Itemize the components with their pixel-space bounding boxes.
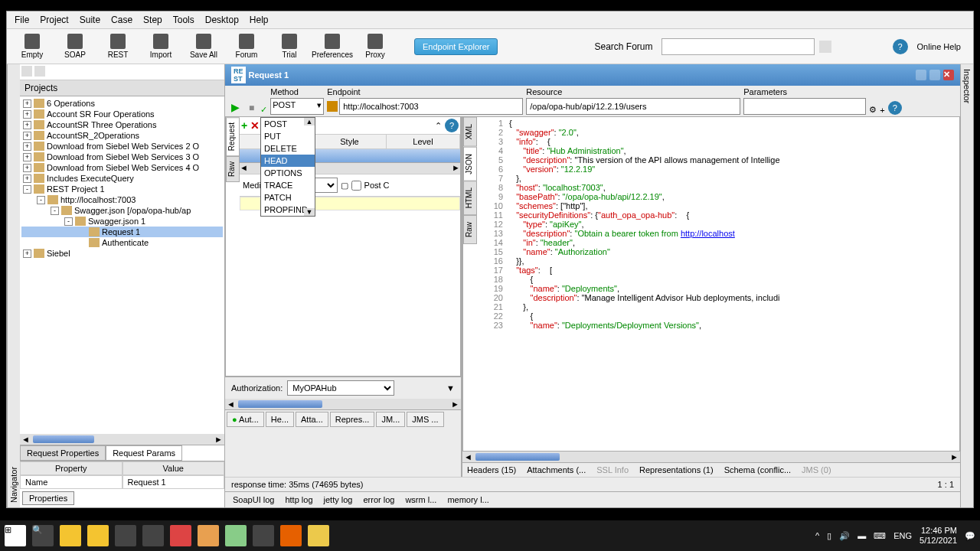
tree-item[interactable]: +Includes ExecuteQuery bbox=[21, 173, 223, 184]
req-tab-4[interactable]: JM... bbox=[376, 412, 405, 427]
menu-project[interactable]: Project bbox=[40, 15, 68, 25]
method-select[interactable]: POST▾ bbox=[270, 98, 324, 115]
language-indicator[interactable]: ENG bbox=[893, 531, 912, 540]
log-tab-2[interactable]: jetty log bbox=[324, 495, 353, 504]
keyboard-icon[interactable]: ⌨ bbox=[874, 531, 886, 541]
auth-expand-icon[interactable]: ▼ bbox=[446, 383, 455, 393]
expand-icon[interactable]: + bbox=[23, 164, 31, 172]
inspector-tab[interactable]: Inspector bbox=[960, 64, 973, 507]
toolbar-forum[interactable]: Forum bbox=[227, 32, 266, 60]
req-tab-2[interactable]: Atta... bbox=[296, 412, 328, 427]
post-checkbox[interactable] bbox=[351, 181, 361, 191]
method-option-patch[interactable]: PATCH bbox=[261, 191, 315, 204]
explorer-icon[interactable] bbox=[87, 525, 109, 546]
req-tab-0[interactable]: ● Aut... bbox=[227, 412, 264, 427]
terminal-icon[interactable] bbox=[115, 525, 136, 546]
resource-input[interactable] bbox=[526, 98, 740, 115]
resp-tab-html[interactable]: HTML bbox=[463, 181, 477, 215]
menu-tools[interactable]: Tools bbox=[173, 15, 194, 25]
navigator-tab[interactable]: Navigator bbox=[7, 64, 20, 507]
req-tab-5[interactable]: JMS ... bbox=[407, 412, 443, 427]
tree-item[interactable]: +Account SR Four Operations bbox=[21, 109, 223, 119]
req-tab-3[interactable]: Repres... bbox=[330, 412, 375, 427]
resp-tab-json[interactable]: JSON bbox=[463, 147, 477, 181]
auth-select[interactable]: MyOPAHub bbox=[287, 380, 394, 396]
config-icon[interactable]: ⚙ bbox=[869, 105, 877, 115]
app3-icon[interactable] bbox=[225, 525, 247, 546]
app2-icon[interactable] bbox=[198, 525, 219, 546]
battery-icon[interactable]: ▬ bbox=[858, 531, 866, 540]
method-option-put[interactable]: PUT bbox=[261, 130, 315, 142]
request-properties-tab[interactable]: Request Properties bbox=[20, 445, 106, 461]
stop-button[interactable]: ■ bbox=[246, 101, 257, 115]
add-param-icon[interactable]: + bbox=[880, 106, 884, 115]
expand-icon[interactable]: + bbox=[23, 142, 31, 151]
settings-icon[interactable] bbox=[142, 525, 164, 546]
log-tab-5[interactable]: memory l... bbox=[447, 495, 488, 504]
log-tab-1[interactable]: http log bbox=[285, 495, 312, 504]
app-icon[interactable] bbox=[170, 525, 191, 546]
prop-name-cell[interactable]: Name bbox=[20, 475, 122, 489]
resp-bottom-tab-2[interactable]: SSL Info bbox=[596, 465, 629, 474]
method-option-delete[interactable]: DELETE bbox=[261, 142, 315, 155]
method-option-trace[interactable]: TRACE bbox=[261, 179, 315, 191]
calendar-icon[interactable] bbox=[819, 41, 831, 53]
project-tree[interactable]: +6 Operations+Account SR Four Operations… bbox=[20, 96, 224, 434]
resp-hscroll[interactable]: ◄► bbox=[462, 452, 960, 462]
resp-tab-xml[interactable]: XML bbox=[463, 117, 477, 147]
method-option-options[interactable]: OPTIONS bbox=[261, 167, 315, 179]
delete-param-icon[interactable]: ✕ bbox=[250, 119, 260, 132]
expand-icon[interactable]: + bbox=[23, 132, 31, 140]
resp-bottom-tab-5[interactable]: JMS (0) bbox=[802, 465, 831, 474]
prop-value-cell[interactable]: Request 1 bbox=[122, 475, 225, 489]
resp-bottom-tab-1[interactable]: Attachments (... bbox=[527, 465, 586, 474]
edit-icon[interactable]: ▢ bbox=[341, 181, 348, 191]
toolbar-trial[interactable]: Trial bbox=[270, 32, 309, 60]
resp-bottom-tab-4[interactable]: Schema (conflic... bbox=[724, 465, 791, 474]
online-help-link[interactable]: Online Help bbox=[917, 42, 961, 51]
request-side-tab[interactable]: Request bbox=[226, 117, 240, 156]
tree-item[interactable]: +AccountSR_2Operations bbox=[21, 130, 223, 141]
expand-icon[interactable]: ⌃ bbox=[435, 121, 442, 131]
tree-item[interactable]: -Swagger.json 1 bbox=[21, 216, 223, 227]
request-params-tab[interactable]: Request Params bbox=[106, 445, 182, 461]
expand-icon[interactable]: + bbox=[23, 174, 31, 183]
help-icon[interactable]: ? bbox=[888, 101, 902, 115]
menu-help[interactable]: Help bbox=[250, 15, 269, 25]
maximize-icon[interactable] bbox=[929, 70, 940, 80]
chrome-icon[interactable] bbox=[60, 525, 81, 546]
assert-icon[interactable]: ✓ bbox=[260, 105, 267, 115]
tree-item[interactable]: Request 1 bbox=[21, 227, 223, 237]
menu-suite[interactable]: Suite bbox=[80, 15, 100, 25]
tree-item[interactable]: Authenticate bbox=[21, 237, 223, 248]
tree-item[interactable]: +Download from Siebel Web Services 2 O bbox=[21, 141, 223, 152]
soapui-icon[interactable] bbox=[308, 525, 329, 546]
list-icon[interactable] bbox=[34, 66, 45, 77]
expand-icon[interactable]: + bbox=[23, 121, 31, 129]
network-icon[interactable]: ▯ bbox=[827, 531, 831, 541]
raw-side-tab[interactable]: Raw bbox=[226, 156, 240, 182]
volume-icon[interactable]: 🔊 bbox=[839, 531, 850, 541]
resp-tab-raw[interactable]: Raw bbox=[463, 215, 477, 244]
menu-case[interactable]: Case bbox=[111, 15, 132, 25]
tree-item[interactable]: +AccountSR Three Operations bbox=[21, 119, 223, 130]
tree-item[interactable]: +Siebel bbox=[21, 248, 223, 259]
expand-icon[interactable]: + bbox=[23, 110, 31, 119]
expand-icon[interactable]: - bbox=[23, 185, 31, 194]
expand-icon[interactable]: + bbox=[23, 249, 31, 258]
tree-item[interactable]: +Download from Siebel Web Services 3 O bbox=[21, 152, 223, 162]
expand-icon[interactable]: - bbox=[37, 196, 45, 204]
close-icon[interactable]: ✕ bbox=[943, 70, 954, 80]
expand-icon[interactable]: + bbox=[23, 99, 31, 108]
toggle-icon[interactable] bbox=[21, 66, 32, 77]
response-json-viewer[interactable]: 1{2 "swagger": "2.0",3 "info": {4 "title… bbox=[477, 117, 959, 451]
tray-up-icon[interactable]: ^ bbox=[815, 531, 819, 540]
req-tab-1[interactable]: He... bbox=[266, 412, 294, 427]
tree-item[interactable]: +6 Operations bbox=[21, 98, 223, 109]
tree-item[interactable]: -Swagger.json [/opa/opa-hub/ap bbox=[21, 205, 223, 216]
req-hscroll[interactable]: ◄► bbox=[225, 399, 461, 409]
param-help-icon[interactable]: ? bbox=[445, 119, 459, 132]
tree-item[interactable]: -http://localhost:7003 bbox=[21, 194, 223, 205]
detach-icon[interactable] bbox=[916, 70, 926, 80]
endpoint-input[interactable] bbox=[339, 98, 523, 115]
